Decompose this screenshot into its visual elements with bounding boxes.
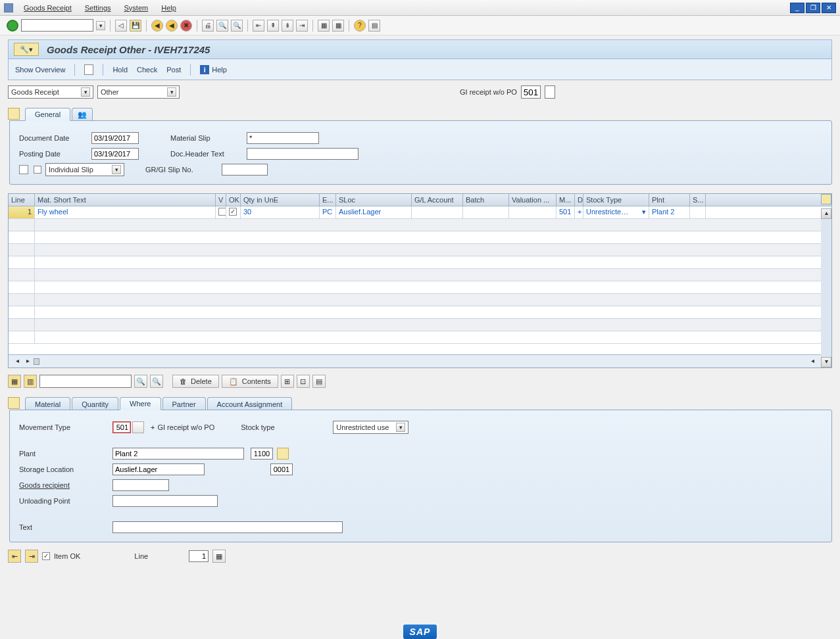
show-overview-button[interactable]: Show Overview [15, 66, 65, 74]
tab-material[interactable]: Material [25, 397, 70, 410]
stock-type-dropdown[interactable]: Unrestricted use▾ [333, 421, 408, 434]
col-batch[interactable]: Batch [463, 194, 509, 206]
slip-no-input[interactable] [222, 164, 268, 176]
collapse-detail-icon[interactable] [8, 397, 20, 409]
ref-doc-dropdown[interactable]: Other▾ [97, 85, 180, 99]
enter-icon[interactable] [7, 20, 18, 32]
post-button[interactable]: Post [166, 66, 181, 74]
goods-recipient-input[interactable] [112, 479, 169, 491]
next-page-icon[interactable]: ⇟ [282, 20, 293, 32]
print-slip-checkbox[interactable] [34, 166, 41, 174]
cell-stock[interactable]: Unrestricte… ▾ [583, 206, 649, 218]
print-slip-icon[interactable] [19, 165, 28, 174]
line-number-input[interactable] [189, 550, 209, 562]
cell-line[interactable]: 1 [9, 206, 35, 218]
scroll-down-icon[interactable]: ▾ [821, 357, 831, 367]
material-slip-input[interactable] [247, 132, 319, 144]
slip-type-dropdown[interactable]: Individual Slip▾ [45, 163, 124, 176]
new-doc-icon[interactable] [84, 64, 93, 75]
post-date-input[interactable] [91, 148, 139, 160]
select-all-icon[interactable]: ▦ [8, 375, 21, 388]
find-item-input[interactable] [39, 375, 132, 388]
prev-page-icon[interactable]: ⇞ [267, 20, 279, 32]
exit-icon[interactable]: ◀ [151, 20, 163, 32]
movement-type-code[interactable] [521, 85, 541, 99]
col-eun[interactable]: E... [320, 194, 336, 206]
scroll-up-icon[interactable]: ▴ [821, 208, 831, 219]
collapse-header-icon[interactable] [8, 108, 20, 120]
col-d[interactable]: D [575, 194, 583, 206]
col-ok[interactable]: OK [226, 194, 241, 206]
cell-m[interactable]: 501 [556, 206, 575, 218]
help-button[interactable]: Help [212, 66, 227, 74]
tab-where[interactable]: Where [120, 397, 161, 410]
col-qty[interactable]: Qty in UnE [241, 194, 320, 206]
hscroll-thumb[interactable] [34, 358, 39, 365]
tab-quantity[interactable]: Quantity [72, 397, 118, 410]
plant-input[interactable] [112, 448, 244, 460]
plant-code-input[interactable] [251, 448, 273, 460]
cell-ok-checkbox[interactable] [229, 208, 237, 216]
menu-help[interactable]: Help [155, 4, 183, 12]
doc-date-input[interactable] [91, 132, 139, 144]
col-line[interactable]: Line [9, 194, 35, 206]
delete-button[interactable]: 🗑Delete [172, 375, 219, 388]
back-icon[interactable]: ◁ [115, 20, 127, 32]
col-sloc[interactable]: SLoc [336, 194, 412, 206]
movement-type-extra[interactable] [545, 85, 555, 99]
movement-type-input[interactable] [112, 421, 131, 433]
cell-batch[interactable] [463, 206, 509, 218]
find-next-icon[interactable]: 🔍 [150, 375, 163, 388]
find-plant-icon[interactable] [277, 448, 289, 460]
close-button[interactable]: ✕ [822, 3, 836, 13]
print-icon[interactable]: 🖨 [202, 20, 214, 32]
contents-button[interactable]: 📋Contents [222, 375, 278, 388]
find-icon[interactable]: 🔍 [134, 375, 147, 388]
grid-vscroll[interactable]: ▴ ▾ [821, 208, 831, 367]
col-m[interactable]: M... [556, 194, 575, 206]
cell-plnt[interactable]: Plant 2 [649, 206, 690, 218]
cell-d[interactable]: + [575, 206, 583, 218]
minimize-button[interactable]: _ [790, 3, 804, 13]
col-stock[interactable]: Stock Type [583, 194, 649, 206]
tab-account-assignment[interactable]: Account Assignment [207, 397, 293, 410]
cell-mat[interactable]: Fly wheel [35, 206, 216, 218]
cell-valtype[interactable] [509, 206, 556, 218]
col-s[interactable]: S... [690, 194, 706, 206]
unloading-point-input[interactable] [112, 495, 218, 507]
new-session-icon[interactable]: ▦ [318, 20, 330, 32]
movement-type-f4-icon[interactable] [132, 421, 144, 433]
cancel-icon[interactable]: ◀ [166, 20, 178, 32]
storage-location-input[interactable] [112, 463, 205, 475]
detail-prev-icon[interactable]: ⇤ [8, 550, 21, 563]
item-text-input[interactable] [112, 521, 343, 533]
item-ok-checkbox[interactable] [42, 552, 50, 560]
cell-s[interactable] [690, 206, 706, 218]
cell-eun[interactable]: PC [320, 206, 336, 218]
check-button[interactable]: Check [137, 66, 157, 74]
restore-button[interactable]: ❐ [806, 3, 820, 13]
menu-system[interactable]: System [118, 4, 155, 12]
command-history[interactable]: ▾ [96, 21, 105, 30]
shortcut-icon[interactable]: ▦ [332, 20, 344, 32]
col-valtype[interactable]: Valuation ... [509, 194, 556, 206]
tab-vendor-icon[interactable]: 👥 [72, 108, 93, 121]
layout-icon[interactable]: ▤ [368, 20, 380, 32]
first-page-icon[interactable]: ⇤ [253, 20, 264, 32]
stop-icon[interactable]: ✖ [180, 20, 192, 32]
storage-location-code-input[interactable] [270, 463, 293, 475]
cell-gl[interactable] [412, 206, 463, 218]
activity-dropdown[interactable]: Goods Receipt▾ [8, 85, 93, 99]
find-next-icon[interactable]: 🔍 [231, 20, 243, 32]
detail-next-icon[interactable]: ⇥ [25, 550, 38, 563]
doc-header-text-input[interactable] [247, 148, 358, 160]
wm-icon[interactable]: ▤ [312, 375, 326, 388]
command-field[interactable] [21, 19, 93, 32]
col-plnt[interactable]: Plnt [649, 194, 690, 206]
last-page-icon[interactable]: ⇥ [296, 20, 308, 32]
menu-goods-receipt[interactable]: Goods Receipt [17, 4, 78, 12]
cell-v-checkbox[interactable] [218, 208, 226, 216]
help-icon[interactable]: ? [354, 20, 366, 32]
cell-qty[interactable]: 30 [241, 206, 320, 218]
cell-sloc[interactable]: Auslief.Lager [336, 206, 412, 218]
